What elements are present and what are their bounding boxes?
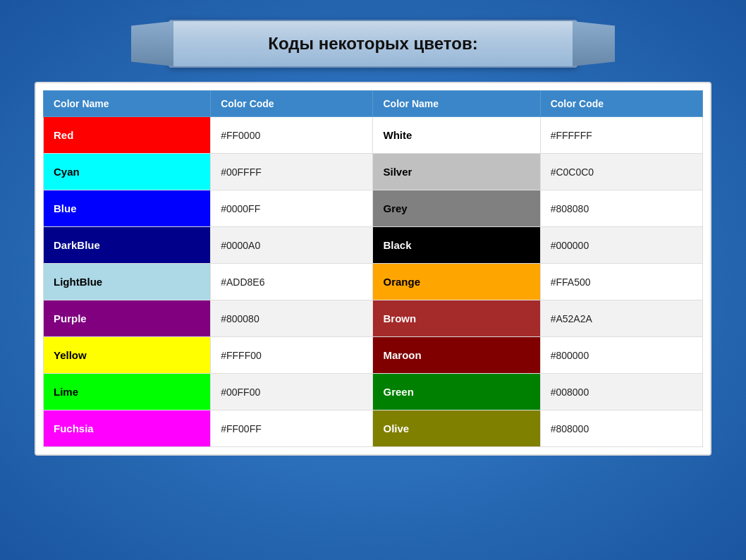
content-wrapper: Коды некоторых цветов: Color Name Color …: [0, 0, 746, 456]
color-code-left: #FFFF00: [211, 337, 373, 374]
color-code-left: #800080: [211, 300, 373, 337]
color-name-left: Lime: [44, 374, 211, 410]
header-color-name-2: Color Name: [373, 91, 540, 117]
color-name-left: Yellow: [44, 337, 211, 374]
color-name-right: Orange: [373, 264, 540, 300]
color-code-left: #FF00FF: [211, 410, 373, 447]
color-name-right: Brown: [373, 300, 540, 337]
table-row: DarkBlue#0000A0Black#000000: [44, 227, 703, 264]
color-code-right: #C0C0C0: [540, 154, 702, 190]
color-name-left: Cyan: [44, 154, 211, 190]
color-name-left: Red: [44, 117, 211, 154]
color-name-right: Maroon: [373, 337, 540, 374]
color-code-left: #0000A0: [211, 227, 373, 264]
color-name-left: Fuchsia: [44, 410, 211, 447]
color-name-right: Olive: [373, 410, 540, 447]
color-name-left: Blue: [44, 190, 211, 227]
color-code-right: #008000: [540, 374, 702, 410]
color-code-right: #808000: [540, 410, 702, 447]
color-name-right: Black: [373, 227, 540, 264]
color-name-right: Grey: [373, 190, 540, 227]
table-row: Lime#00FF00Green#008000: [44, 374, 703, 410]
color-name-left: LightBlue: [44, 264, 211, 300]
color-code-left: #FF0000: [211, 117, 373, 154]
header-color-code-1: Color Code: [211, 91, 373, 117]
color-name-right: Green: [373, 374, 540, 410]
color-code-right: #800000: [540, 337, 702, 374]
color-table: Color Name Color Code Color Name Color C…: [43, 90, 703, 447]
header-color-name-1: Color Name: [44, 91, 211, 117]
table-card: Color Name Color Code Color Name Color C…: [35, 82, 711, 456]
color-code-left: #0000FF: [211, 190, 373, 227]
color-code-right: #808080: [540, 190, 702, 227]
color-name-left: Purple: [44, 300, 211, 337]
table-header-row: Color Name Color Code Color Name Color C…: [44, 91, 703, 117]
color-code-right: #FFA500: [540, 264, 702, 300]
color-code-left: #ADD8E6: [211, 264, 373, 300]
table-row: Cyan#00FFFFSilver#C0C0C0: [44, 154, 703, 190]
color-code-right: #000000: [540, 227, 702, 264]
table-row: LightBlue#ADD8E6Orange#FFA500: [44, 264, 703, 300]
page-title: Коды некоторых цветов:: [268, 34, 477, 53]
header-color-code-2: Color Code: [540, 91, 702, 117]
color-name-right: White: [373, 117, 540, 154]
table-row: Blue#0000FFGrey#808080: [44, 190, 703, 227]
table-row: Red#FF0000White#FFFFFF: [44, 117, 703, 154]
color-name-right: Silver: [373, 154, 540, 190]
color-code-right: #FFFFFF: [540, 117, 702, 154]
color-code-left: #00FF00: [211, 374, 373, 410]
table-row: Fuchsia#FF00FFOlive#808000: [44, 410, 703, 447]
table-row: Purple#800080Brown#A52A2A: [44, 300, 703, 337]
table-row: Yellow#FFFF00Maroon#800000: [44, 337, 703, 374]
color-code-left: #00FFFF: [211, 154, 373, 190]
color-code-right: #A52A2A: [540, 300, 702, 337]
title-banner: Коды некоторых цветов:: [169, 20, 577, 68]
color-name-left: DarkBlue: [44, 227, 211, 264]
